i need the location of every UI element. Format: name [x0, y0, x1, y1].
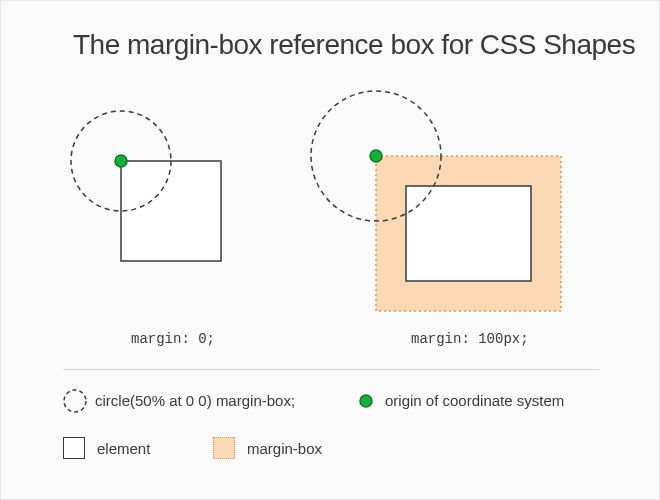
- caption-right: margin: 100px;: [411, 331, 529, 347]
- left-element-box: [121, 161, 221, 261]
- diagram-stage: [1, 1, 660, 500]
- legend-marginbox: margin-box: [213, 437, 322, 459]
- legend-circle-label: circle(50% at 0 0) margin-box;: [95, 392, 295, 409]
- legend-element: element: [63, 437, 150, 459]
- legend-origin-label: origin of coordinate system: [385, 392, 564, 409]
- caption-left: margin: 0;: [131, 331, 215, 347]
- legend-origin: origin of coordinate system: [385, 392, 564, 409]
- legend-marginbox-swatch: [213, 437, 235, 459]
- left-origin-dot: [115, 155, 127, 167]
- legend-origin-swatch: [360, 395, 372, 407]
- right-origin-dot: [370, 150, 382, 162]
- legend-element-label: element: [97, 440, 150, 457]
- legend-element-swatch: [63, 437, 85, 459]
- divider: [63, 369, 599, 370]
- right-element-box: [406, 186, 531, 281]
- legend-circle-swatch: [64, 390, 86, 412]
- legend-circle: circle(50% at 0 0) margin-box;: [95, 392, 295, 409]
- legend-marginbox-label: margin-box: [247, 440, 322, 457]
